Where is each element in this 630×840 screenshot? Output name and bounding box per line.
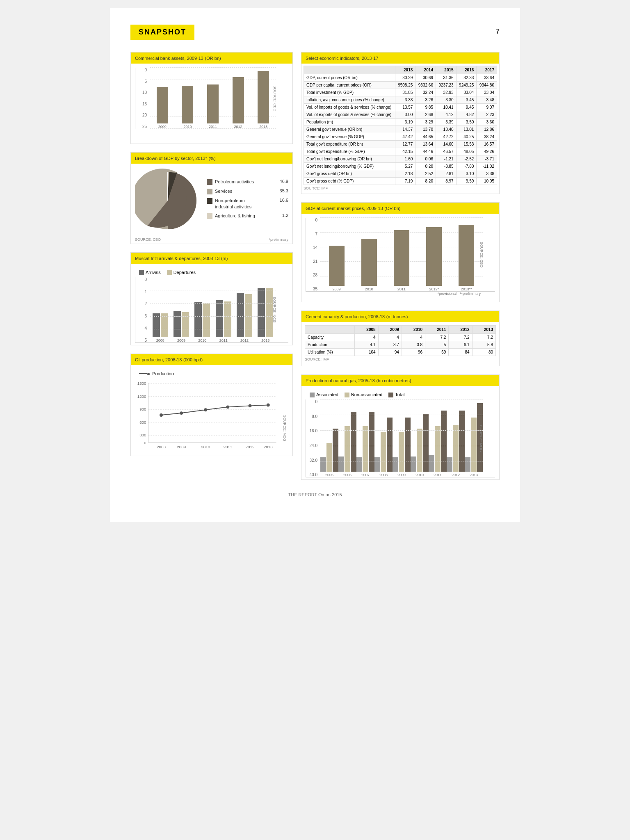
commercial-bank-bar-chart: 25 20 15 10 5 0 (135, 68, 288, 142)
agriculture-color (207, 213, 212, 219)
table-row: Inflation, avg. consumer prices (% chang… (304, 96, 497, 104)
gdp-bar-2012 (426, 227, 442, 286)
svg-text:2010: 2010 (201, 445, 210, 449)
page-header: SNAPSHOT 7 (130, 25, 500, 40)
arrivals-y-labels: 5 4 3 2 1 0 (135, 277, 148, 342)
table-row: Utilisation (%)1049496698480 (305, 349, 496, 356)
pie-legend: Petroleum activities 46.9 Services 35.3 … (207, 179, 288, 222)
gdp-market-inner: 35 28 21 14 7 0 (301, 214, 499, 302)
arrivals-2009 (173, 311, 181, 337)
arrivals-bars: 2008 2009 (150, 277, 276, 342)
gas-bars: 2005 2006 (320, 399, 483, 477)
svg-point-16 (180, 411, 183, 415)
economic-source: SOURCE: IMF (304, 185, 497, 192)
svg-point-19 (249, 404, 252, 408)
bar-2009 (157, 87, 168, 123)
natural-gas-legend: Associated Non-associated Total (306, 390, 495, 399)
bar-col-2009: 2009 (157, 68, 168, 129)
arrivals-chart-wrapper: 5 4 3 2 1 0 (135, 277, 288, 343)
page-footer: THE REPORT Oman 2015 (130, 492, 500, 497)
muscat-arrivals-inner: Arrivals Departures 5 4 3 2 1 0 (131, 264, 292, 345)
table-row: Total gov't expenditure (% GDP)42.1544.4… (304, 148, 497, 155)
svg-text:0: 0 (144, 441, 146, 445)
table-row: General gov't revenue (% GDP)47.4244.654… (304, 133, 497, 141)
cement-table-body: Capacity4447.27.27.2Production4.13.73.85… (305, 334, 496, 356)
economic-indicators-title: Select economic indicators, 2013-17 (301, 52, 499, 64)
commercial-bank-chart: Commercial bank assets, 2009-13 (OR bn) … (130, 52, 293, 144)
cement-chart: Cement capacity & production, 2008-13 (m… (301, 310, 500, 366)
cement-source: SOURCE: IMF (305, 356, 496, 363)
natural-gas-inner: Associated Non-associated Total 40.0 32.… (301, 386, 499, 479)
gdp-market-title: GDP at current market prices, 2009-13 (O… (301, 203, 499, 214)
gdp-bar-2010 (361, 239, 377, 286)
legend-petroleum: Petroleum activities 46.9 (207, 179, 288, 185)
svg-text:1200: 1200 (137, 394, 146, 399)
gdp-bar-2011 (394, 230, 409, 286)
svg-text:SOURCE: MOG: SOURCE: MOG (283, 415, 287, 441)
gdp-breakdown-title: Breakdown of GDP by sector, 2013* (%) (131, 153, 292, 164)
cement-title: Cement capacity & production, 2008-13 (m… (301, 311, 499, 322)
table-row: Production4.13.73.856.15.8 (305, 341, 496, 349)
legend-services: Services 35.3 (207, 188, 288, 194)
gdp-bar-2013 (459, 225, 474, 286)
table-row: Total investment (% GDP)31.8532.2432.933… (304, 89, 497, 96)
gas-bar-area: 40.0 32.0 24.0 16.0 8.0 0 (306, 399, 495, 477)
svg-text:300: 300 (139, 433, 146, 437)
oil-line-svg: 1500 1200 900 600 300 0 (135, 378, 288, 452)
commercial-bank-y-labels: 25 20 15 10 5 0 (135, 68, 148, 129)
economic-indicators-box: Select economic indicators, 2013-17 2013… (301, 52, 500, 194)
source-cbo-gdp: SOURCE: CBO (479, 242, 483, 267)
table-header-row: 2013 2014 2015 2016 2017 (304, 66, 497, 74)
bar-2010 (182, 86, 193, 123)
commercial-bank-chart-inner: 25 20 15 10 5 0 (131, 64, 292, 144)
table-row: Vol. of exports of goods & services (% c… (304, 111, 497, 119)
departures-2008 (161, 313, 168, 337)
svg-text:900: 900 (139, 407, 146, 411)
economic-table-body: GDP, current prices (OR bn)30.2930.6931.… (304, 74, 497, 185)
bar-col-2010: 2010 (182, 68, 193, 129)
pie-container: Petroleum activities 46.9 Services 35.3 … (131, 164, 292, 237)
gdp-notes: *provisional **preliminary (306, 292, 495, 296)
gdp-breakdown-chart: Breakdown of GDP by sector, 2013* (%) (130, 152, 293, 244)
svg-text:1500: 1500 (137, 381, 146, 386)
muscat-arrivals-chart: Muscat Int'l arrivals & departures, 2008… (130, 252, 293, 345)
arrivals-2013 (258, 288, 265, 337)
petroleum-color (207, 179, 212, 185)
pie-chart-svg (135, 168, 201, 233)
page-title: SNAPSHOT (130, 25, 194, 40)
muscat-arrivals-title: Muscat Int'l arrivals & departures, 2008… (131, 253, 292, 264)
economic-indicators-table: 2013 2014 2015 2016 2017 GDP, current pr… (304, 66, 497, 185)
commercial-bank-area: 25 20 15 10 5 0 (135, 68, 288, 129)
svg-text:2012: 2012 (246, 445, 255, 449)
cement-table-wrapper: 2008 2009 2010 2011 2012 2013 Capacity44… (301, 322, 499, 366)
natural-gas-title: Production of natural gas, 2005-13 (bn c… (301, 375, 499, 386)
departures-2012 (245, 294, 252, 337)
oil-production-chart: Oil production, 2008-13 (000 bpd) Produc… (130, 354, 293, 456)
arrivals-legend: Arrivals Departures (135, 268, 288, 277)
table-row: GDP per capita, current prices (OR)9508.… (304, 82, 497, 89)
bar-2013 (258, 71, 269, 123)
commercial-bank-title: Commercial bank assets, 2009-13 (OR bn) (131, 52, 292, 64)
bar-col-2013: 2013 (258, 68, 269, 129)
table-row: Gov't net lending/borrowing (OR bn)1.600… (304, 155, 497, 163)
commercial-bank-bars: 2009 2010 2011 (150, 68, 276, 129)
bar-col-2011: 2011 (207, 68, 219, 129)
departures-2010 (203, 304, 210, 337)
arrivals-2010 (194, 302, 202, 337)
source-ncsi: SOURCE: NCSI (272, 297, 276, 323)
gdp-bar-2009 (329, 246, 345, 286)
table-row: Gov't net lending/borrowing (% GDP)5.270… (304, 163, 497, 170)
oil-legend: Production (135, 369, 288, 378)
source-cbo-commercial: SOURCE: CBO (272, 85, 276, 111)
gdp-market-area: 35 28 21 14 7 0 (306, 218, 495, 292)
svg-text:2011: 2011 (223, 445, 232, 449)
svg-point-17 (204, 408, 207, 411)
right-column: Select economic indicators, 2013-17 2013… (301, 52, 500, 480)
arrivals-2011 (216, 300, 223, 338)
departures-2009 (182, 312, 189, 337)
departures-2011 (224, 301, 231, 338)
table-row: Population (m)3.193.293.393.503.60 (304, 119, 497, 126)
economic-indicators-table-wrapper: 2013 2014 2015 2016 2017 GDP, current pr… (301, 64, 499, 194)
main-content: Commercial bank assets, 2009-13 (OR bn) … (130, 52, 500, 480)
gdp-market-chart: GDP at current market prices, 2009-13 (O… (301, 202, 500, 302)
